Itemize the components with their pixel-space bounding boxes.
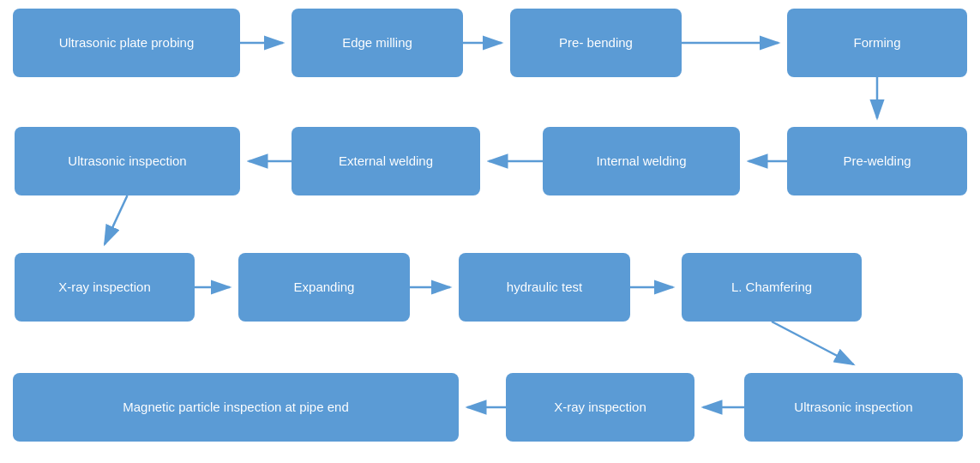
node-n2: Edge milling bbox=[292, 9, 463, 77]
node-n4: Forming bbox=[787, 9, 967, 77]
node-n5: Pre-welding bbox=[787, 127, 967, 195]
node-n11: hydraulic test bbox=[459, 253, 630, 322]
node-n10: Expanding bbox=[238, 253, 410, 322]
node-n9: X-ray inspection bbox=[15, 253, 195, 322]
node-n14: X-ray inspection bbox=[506, 373, 694, 442]
node-n8: Ultrasonic inspection bbox=[15, 127, 240, 195]
arrow-n8-n9 bbox=[105, 195, 128, 244]
arrow-n12-n13 bbox=[772, 322, 854, 364]
node-n15: Magnetic particle inspection at pipe end bbox=[13, 373, 459, 442]
node-n13: Ultrasonic inspection bbox=[744, 373, 963, 442]
node-n12: L. Chamfering bbox=[682, 253, 862, 322]
node-n6: Internal welding bbox=[543, 127, 740, 195]
node-n3: Pre- bending bbox=[510, 9, 682, 77]
diagram: Ultrasonic plate probingEdge millingPre-… bbox=[0, 0, 980, 463]
node-n7: External welding bbox=[292, 127, 480, 195]
node-n1: Ultrasonic plate probing bbox=[13, 9, 240, 77]
